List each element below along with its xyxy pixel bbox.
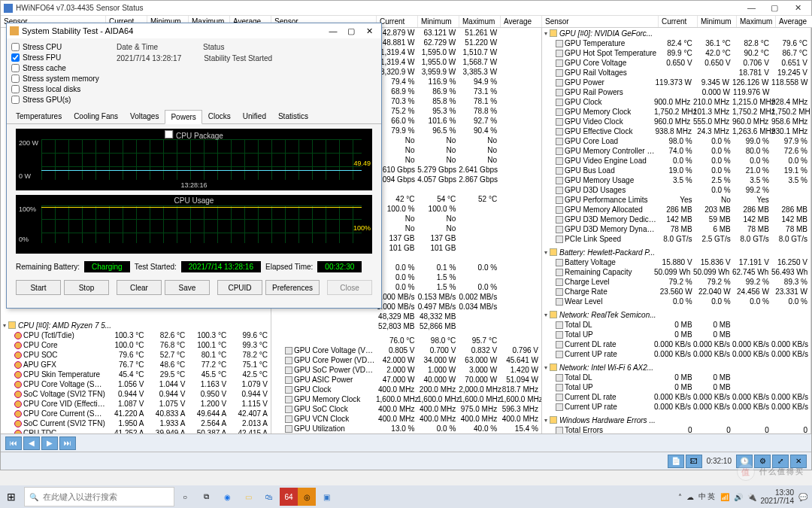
- stress-option[interactable]: Stress cache: [11, 64, 108, 72]
- stress-option[interactable]: Stress local disks: [11, 85, 108, 93]
- dialog-tab[interactable]: Unified: [237, 109, 272, 123]
- sensor-group[interactable]: ▾Battery: Hewlett-Packard P...: [542, 247, 810, 257]
- sensor-row[interactable]: PCIe Link Speed8.0 GT/s2.5 GT/s8.0 GT/s8…: [542, 234, 810, 244]
- stress-checkbox[interactable]: [11, 85, 20, 93]
- nav-next-icon[interactable]: ▶: [41, 437, 58, 450]
- sensor-row[interactable]: GPU Hot Spot Temperature89.9 °C42.0 °C90…: [542, 48, 810, 58]
- sensor-row[interactable]: GPU Clock900.0 MHz210.0 MHz1,215.0 MHz92…: [542, 97, 810, 107]
- sensor-row[interactable]: CPU Core VID (Effective)1.087 V1.075 V1.…: [1, 399, 271, 409]
- save-button[interactable]: Save: [165, 280, 210, 295]
- sensor-row[interactable]: GPU Core Voltage0.650 V0.650 V0.706 V0.6…: [542, 58, 810, 68]
- sensor-row[interactable]: GPU Rail Powers0.000 W119.976 W: [542, 87, 810, 97]
- sensor-row[interactable]: APU GFX76.7 °C48.6 °C77.2 °C75.1 °C: [1, 360, 271, 370]
- sensor-row[interactable]: GPU D3D Memory Dedicated142 MB59 MB142 M…: [542, 214, 810, 224]
- min-button[interactable]: —: [741, 3, 762, 12]
- sensor-row[interactable]: CPU Skin Temperature45.4 °C29.5 °C45.5 °…: [1, 370, 271, 379]
- dlg-close[interactable]: ✕: [360, 26, 378, 36]
- tray-cloud-icon[interactable]: ☁: [686, 493, 694, 501]
- sensor-row[interactable]: CPU Core Current (SVI2 TFN)41.220 A40.83…: [1, 409, 271, 418]
- dialog-tab[interactable]: Clocks: [202, 109, 237, 123]
- sensor-row[interactable]: Battery Voltage15.880 V15.836 V17.191 V1…: [542, 257, 810, 267]
- cpuid-button[interactable]: CPUID: [217, 280, 262, 295]
- sensor-row[interactable]: GPU Clock400.0 MHz200.0 MHz2,000.0 MHz81…: [271, 385, 541, 394]
- sensor-row[interactable]: GPU Memory Usage3.5 %2.5 %3.5 %3.5 %: [542, 175, 810, 185]
- stress-checkbox[interactable]: [11, 96, 20, 104]
- dialog-tab[interactable]: Statistics: [272, 109, 314, 123]
- max-button[interactable]: ▢: [764, 3, 785, 13]
- sensor-row[interactable]: CPU Core100.0 °C76.8 °C100.1 °C99.3 °C: [1, 340, 271, 350]
- stress-option[interactable]: Stress CPU: [11, 43, 108, 51]
- aida-stability-dialog[interactable]: System Stability Test - AIDA64 —▢✕ Stres…: [6, 23, 382, 309]
- tray-wifi-icon[interactable]: 📶: [720, 493, 729, 501]
- sensor-row[interactable]: GPU Memory Controller Load74.0 %0.0 %80.…: [542, 146, 810, 156]
- sensor-row[interactable]: Current DL rate0.000 KB/s0.000 KB/s0.000…: [542, 339, 810, 349]
- dlg-min[interactable]: —: [324, 26, 342, 35]
- task-cortana-icon[interactable]: ○: [174, 486, 195, 507]
- sensor-row[interactable]: Total UP0 MB0 MB: [542, 382, 810, 392]
- stress-checkbox[interactable]: [11, 75, 20, 83]
- stress-checkbox[interactable]: [11, 64, 20, 72]
- stop-button[interactable]: Stop: [64, 280, 109, 295]
- sensor-row[interactable]: GPU Core Power (VDDCR_...42.000 W34.000 …: [271, 355, 541, 365]
- cpu-group[interactable]: ▾CPU [#0]: AMD Ryzen 7 5...: [1, 320, 271, 330]
- sensor-row[interactable]: CPU Core Voltage (SVI2 TFN)1.056 V1.044 …: [1, 379, 271, 389]
- sensor-row[interactable]: Charge Rate23.560 W22.040 W24.456 W23.33…: [542, 287, 810, 297]
- sensor-row[interactable]: GPU SoC Power (VDDCR_S...2.000 W1.000 W3…: [271, 365, 541, 375]
- sensor-row[interactable]: GPU Rail Voltages18.781 V19.245 V: [542, 68, 810, 78]
- task-view-icon[interactable]: ⧉: [195, 486, 217, 507]
- sensor-row[interactable]: GPU Core Load98.0 %0.0 %99.0 %97.9 %: [542, 136, 810, 146]
- sensor-row[interactable]: GPU Core Voltage (VDDCR...0.805 V0.700 V…: [271, 345, 541, 355]
- task-aida-icon[interactable]: 64: [280, 488, 298, 506]
- sensor-pane-right[interactable]: ▾GPU [#0]: NVIDIA GeForc...GPU Temperatu…: [542, 28, 811, 452]
- sensor-row[interactable]: GPU Effective Clock938.8 MHz24.3 MHz1,26…: [542, 126, 810, 136]
- sensor-row[interactable]: Total UP0 MB0 MB: [542, 330, 810, 339]
- sensor-group[interactable]: ▾GPU [#0]: NVIDIA GeForc...: [542, 28, 810, 38]
- sensor-row[interactable]: GPU Memory Clock1,600.0 MHz1,600.0 MHz1,…: [271, 394, 541, 404]
- task-explorer-icon[interactable]: ▭: [238, 486, 259, 507]
- sensor-row[interactable]: Wear Level0.0 %0.0 %0.0 %0.0 %: [542, 297, 810, 306]
- sensor-row[interactable]: CPU (Tctl/Tdie)100.3 °C82.6 °C100.3 °C99…: [1, 330, 271, 340]
- stress-option[interactable]: Stress GPU(s): [11, 96, 108, 104]
- task-edge-icon[interactable]: ◉: [217, 486, 238, 507]
- task-hwinfo-icon[interactable]: ▣: [316, 486, 337, 507]
- tray-date[interactable]: 2021/7/14: [761, 497, 795, 505]
- sensor-row[interactable]: Current UP rate0.000 KB/s0.000 KB/s0.000…: [542, 349, 810, 359]
- task-store-icon[interactable]: 🛍: [259, 486, 280, 507]
- close-dialog-button[interactable]: Close: [327, 280, 372, 295]
- sensor-row[interactable]: Current DL rate0.000 KB/s0.000 KB/s0.000…: [542, 392, 810, 402]
- sensor-row[interactable]: GPU Video Engine Load0.0 %0.0 %0.0 %0.0 …: [542, 156, 810, 166]
- stress-checkbox[interactable]: [11, 43, 20, 51]
- tray-up-icon[interactable]: ˄: [678, 493, 682, 501]
- sensor-row[interactable]: GPU Bus Load19.0 %0.0 %21.0 %19.1 %: [542, 166, 810, 175]
- sensor-row[interactable]: GPU Utilization13.0 %0.0 %40.0 %15.4 %: [271, 424, 541, 433]
- stress-option[interactable]: Stress system memory: [11, 75, 108, 83]
- sensor-row[interactable]: Charge Level79.2 %79.2 %99.2 %89.3 %: [542, 277, 810, 287]
- sensor-row[interactable]: GPU Memory Allocated286 MB203 MB286 MB28…: [542, 205, 810, 214]
- sensor-row[interactable]: 48,329 MB48,332 MB: [271, 312, 541, 321]
- search-input[interactable]: [43, 492, 169, 501]
- sensor-group[interactable]: ▾Windows Hardware Errors ...: [542, 415, 810, 425]
- sensor-group[interactable]: ▾Network: Intel Wi-Fi 6 AX2...: [542, 362, 810, 373]
- clear-button[interactable]: Clear: [117, 280, 162, 295]
- sensor-row[interactable]: SoC Current (SVI2 TFN)1.950 A1.933 A2.56…: [1, 418, 271, 428]
- tool-1-icon[interactable]: 📄: [668, 455, 684, 468]
- sensor-row[interactable]: Total DL0 MB0 MB: [542, 373, 810, 382]
- sensor-row[interactable]: GPU Video Clock960.0 MHz555.0 MHz960.0 M…: [542, 117, 810, 126]
- dialog-titlebar[interactable]: System Stability Test - AIDA64 —▢✕: [7, 23, 381, 38]
- start-button[interactable]: Start: [16, 280, 61, 295]
- sensor-row[interactable]: GPU SoC Clock400.0 MHz400.0 MHz975.0 MHz…: [271, 404, 541, 414]
- sensor-row[interactable]: SoC Voltage (SVI2 TFN)0.944 V0.944 V0.95…: [1, 389, 271, 399]
- sensor-row[interactable]: CPU SOC79.6 °C52.7 °C80.1 °C78.2 °C: [1, 350, 271, 360]
- dialog-tab[interactable]: Temperatures: [10, 109, 68, 123]
- preferences-button[interactable]: Preferences: [265, 280, 320, 295]
- tool-2-icon[interactable]: 🗠: [686, 455, 702, 468]
- sensor-row[interactable]: GPU VCN Clock400.0 MHz400.0 MHz400.0 MHz…: [271, 414, 541, 424]
- start-button-win[interactable]: ⊞: [0, 485, 23, 508]
- sensor-row[interactable]: Current UP rate0.000 KB/s0.000 KB/s0.000…: [542, 402, 810, 412]
- tray-bat-icon[interactable]: 🔌: [747, 493, 756, 501]
- sensor-group[interactable]: ▾Network: RealTek Semicon...: [542, 309, 810, 320]
- sensor-row[interactable]: GPU Temperature82.4 °C36.1 °C82.8 °C79.6…: [542, 38, 810, 48]
- tray-vol-icon[interactable]: 🔊: [734, 493, 743, 501]
- dialog-tab[interactable]: Powers: [165, 110, 201, 124]
- stress-checkbox[interactable]: [11, 53, 20, 62]
